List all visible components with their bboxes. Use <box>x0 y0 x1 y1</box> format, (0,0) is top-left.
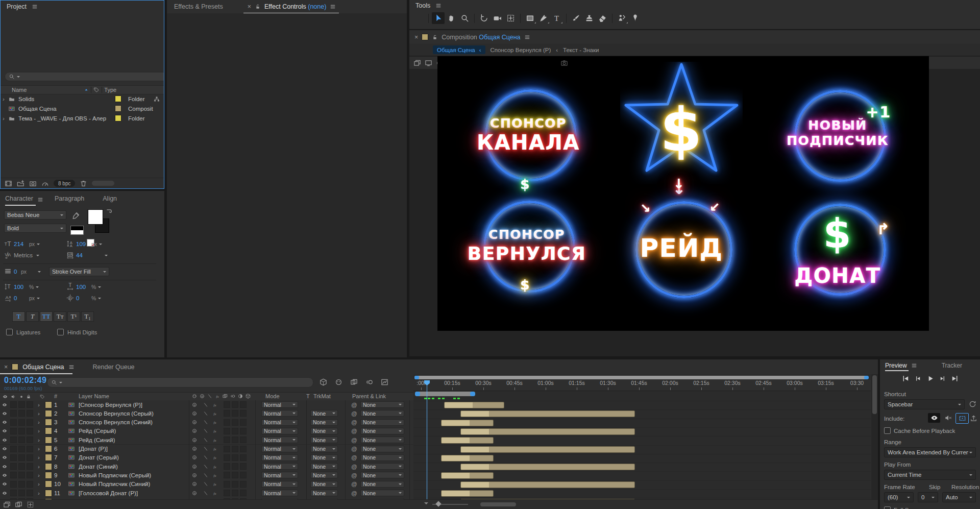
eye-icon[interactable] <box>2 481 7 487</box>
layer-color-swatch[interactable] <box>45 480 52 488</box>
trash-icon[interactable] <box>80 180 87 187</box>
play-button[interactable] <box>926 375 934 382</box>
unlock-icon[interactable] <box>255 4 261 10</box>
cube-switch-icon[interactable] <box>246 394 251 399</box>
tab-character[interactable]: Character <box>5 192 33 205</box>
panel-menu-icon[interactable] <box>68 364 75 370</box>
blend-mode-select[interactable]: Normal <box>261 490 298 496</box>
label-icon[interactable] <box>40 394 45 399</box>
eye-icon[interactable] <box>2 438 7 443</box>
quality-switch-icon[interactable] <box>203 428 208 433</box>
eraser-tool[interactable] <box>596 12 609 24</box>
breadcrumb-current-comp[interactable]: Общая Сцена ‹ <box>433 45 485 54</box>
breadcrumb-item[interactable]: Текст - Знаки <box>563 47 599 53</box>
layer-duration-bar[interactable] <box>460 428 635 435</box>
collapse-switch-icon[interactable] <box>192 491 197 496</box>
close-icon[interactable]: × <box>414 34 418 41</box>
eye-icon[interactable] <box>2 446 7 451</box>
parent-select[interactable]: None <box>360 446 404 452</box>
eye-icon[interactable] <box>2 428 7 433</box>
layer-row[interactable]: ›3Спонсор Вернулся (Синий)fxNormalNone@N… <box>0 418 413 427</box>
fx-switch-icon[interactable]: fx <box>212 473 217 478</box>
fx-switch-icon[interactable]: fx <box>212 438 217 443</box>
layer-duration-bar[interactable] <box>441 437 494 444</box>
play-from-select[interactable]: Current Time <box>884 470 976 480</box>
project-item-composition[interactable]: Общая СценаComposit <box>1 104 164 113</box>
parent-select[interactable]: None <box>360 410 404 417</box>
trkmat-select[interactable]: None <box>310 437 338 443</box>
new-folder-icon[interactable] <box>17 180 24 187</box>
collapse-switch-icon[interactable] <box>192 473 197 478</box>
collapse-switch-icon[interactable] <box>192 402 197 407</box>
pickwhip-icon[interactable]: @ <box>351 471 357 479</box>
layer-row[interactable]: ›2Спонсор Вернулся (Серый)fxNormalNone@N… <box>0 409 413 418</box>
timeline-track-area[interactable]: :00f00:15s00:30s00:45s01:00s01:15s01:30s… <box>413 374 871 499</box>
column-t[interactable]: T <box>306 393 310 399</box>
work-area-end-handle[interactable] <box>470 392 475 396</box>
layer-name[interactable]: Новый Подписчик (Серый) <box>79 471 151 479</box>
playhead-line[interactable] <box>427 380 427 499</box>
resolution-select[interactable]: Auto <box>942 492 976 502</box>
fx-switch-icon[interactable]: fx <box>212 455 217 460</box>
fx-switch-icon[interactable]: fx <box>212 464 217 469</box>
layer-duration-bar[interactable] <box>441 472 494 479</box>
eye-icon[interactable] <box>2 402 7 407</box>
fx-switch-icon[interactable]: fx <box>212 420 217 425</box>
column-layer-name[interactable]: Layer Name <box>79 393 109 399</box>
project-scrollbar[interactable] <box>92 181 114 186</box>
work-area-bar[interactable] <box>415 392 475 396</box>
layer-color-swatch[interactable] <box>45 410 52 417</box>
eye-icon[interactable] <box>2 491 7 496</box>
font-family-select[interactable]: Bebas Neue <box>4 210 66 220</box>
parent-select[interactable]: None <box>360 481 404 488</box>
pickwhip-icon[interactable]: @ <box>351 480 357 489</box>
timeline-horizontal-scrollbar[interactable] <box>480 502 516 506</box>
panel-menu-icon[interactable] <box>435 3 442 9</box>
pickwhip-icon[interactable]: @ <box>351 409 357 418</box>
layer-name[interactable]: [Спонсор Вернулся (Р)] <box>79 400 142 409</box>
composition-viewport[interactable]: СПОНСОРКАНАЛА$$↓НОВЫЙПОДПИСЧИК+1СПОНСОРВ… <box>437 56 929 331</box>
timeline-zoom-slider[interactable] <box>432 504 468 505</box>
pickwhip-icon[interactable]: @ <box>351 445 357 453</box>
motion-blur-icon[interactable] <box>365 378 373 386</box>
collapse-switch-icon[interactable] <box>200 394 205 399</box>
fill-color-swatch[interactable] <box>88 209 103 225</box>
new-composition-icon[interactable] <box>29 180 37 187</box>
time-navigator-bar[interactable] <box>414 376 868 379</box>
expand-chevron-icon[interactable]: › <box>38 418 40 427</box>
pen-tool[interactable] <box>537 12 550 24</box>
layer-name[interactable]: Рейд (Синий) <box>79 435 115 444</box>
expand-chevron-icon[interactable]: › <box>38 427 40 435</box>
quality-switch-icon[interactable] <box>203 481 208 487</box>
superscript-toggle[interactable]: T¹ <box>67 311 80 322</box>
layer-duration-bar[interactable] <box>460 481 635 488</box>
quality-switch-icon[interactable] <box>203 464 208 469</box>
project-item-folder[interactable]: ›SolidsFolder <box>1 94 164 104</box>
blend-mode-select[interactable]: Normal <box>261 454 298 461</box>
trkmat-select[interactable]: None <box>310 419 338 426</box>
trkmat-select[interactable]: None <box>310 490 338 496</box>
blend-mode-select[interactable]: Normal <box>261 437 298 443</box>
first-frame-button[interactable] <box>902 375 910 382</box>
include-video-toggle[interactable] <box>928 413 940 423</box>
quality-switch-icon[interactable] <box>203 402 208 407</box>
all-caps-toggle[interactable]: TT <box>40 311 53 322</box>
item-name[interactable]: Тема - _WAVE - Для OBS - Алерты <box>18 115 106 122</box>
stroke-mode-select[interactable]: Stroke Over Fill <box>49 267 109 276</box>
ligatures-checkbox[interactable]: Ligatures <box>6 329 40 335</box>
skip-select[interactable]: 0 <box>918 492 938 502</box>
eye-icon[interactable] <box>2 420 7 425</box>
expand-chevron-icon[interactable]: › <box>38 489 40 497</box>
expand-chevron-icon[interactable]: › <box>38 453 40 462</box>
layer-name[interactable]: Спонсор Вернулся (Синий) <box>79 418 153 427</box>
layer-name[interactable]: Донат (Серый) <box>79 453 119 462</box>
parent-select[interactable]: None <box>360 437 404 443</box>
eye-icon[interactable] <box>3 394 8 399</box>
shyguy-switch-icon[interactable] <box>192 394 197 399</box>
stroke-width-field[interactable]: 0px <box>4 268 41 275</box>
parent-select[interactable]: None <box>360 490 404 496</box>
layer-color-swatch[interactable] <box>45 463 52 470</box>
font-size-field[interactable]: TT 214px <box>4 240 40 248</box>
layer-row[interactable]: ›6[Донат (Р)]fxNormalNone@None <box>0 445 413 454</box>
tab-effect-controls[interactable]: × Effect Controls (none) <box>248 0 336 13</box>
